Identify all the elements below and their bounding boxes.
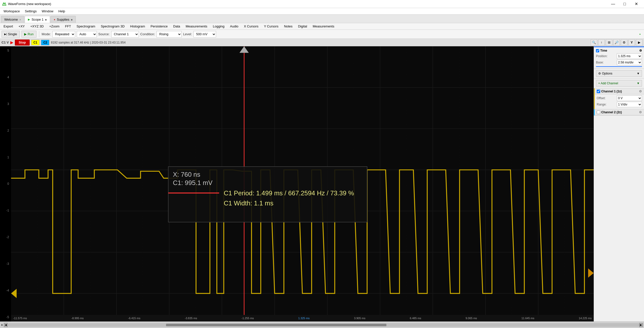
tab-scope1[interactable]: ▶ Scope 1 ■ bbox=[25, 16, 50, 23]
channel2-label: Channel 2 (2±) bbox=[601, 111, 638, 114]
options-button[interactable]: ⚙ Options ▼ bbox=[596, 70, 642, 77]
single-button[interactable]: ▶| Single bbox=[2, 31, 20, 38]
zoom-in-icon[interactable]: 🔍 bbox=[591, 39, 597, 46]
scope-area[interactable]: 5 4 3 2 1 0 -1 -2 -3 -4 -5 bbox=[0, 46, 594, 321]
y-label-3: 3 bbox=[1, 102, 10, 106]
zoom-out-icon[interactable]: 🔎 bbox=[613, 39, 620, 46]
time-checkbox[interactable] bbox=[596, 49, 599, 52]
submenu-xcursors[interactable]: X Cursors bbox=[242, 24, 261, 29]
base-select[interactable]: 2.58 ms/div bbox=[617, 60, 642, 65]
x-label-5: 1.325 ms bbox=[298, 317, 309, 320]
add-channel-button[interactable]: + Add Channel ▼ bbox=[596, 80, 642, 87]
svg-marker-0 bbox=[3, 3, 6, 5]
add-channel-label: + Add Channel bbox=[598, 82, 618, 85]
single-label: Single bbox=[8, 32, 17, 36]
menu-workspace[interactable]: Workspace bbox=[1, 9, 22, 14]
channel1-section: Channel 1 (1±) ⚙ Offset: 0 V Range: 1 V/… bbox=[594, 88, 644, 109]
c1-badge[interactable]: C1 bbox=[31, 40, 39, 45]
submenu-fft[interactable]: FFT bbox=[62, 24, 73, 29]
arrow-right-icon[interactable]: ▶ bbox=[636, 39, 642, 46]
position-select[interactable]: 1.325 ms bbox=[617, 53, 642, 59]
submenu-spectrogram3d[interactable]: Spectrogram 3D bbox=[98, 24, 127, 29]
trigger-arrow[interactable]: ▶ bbox=[10, 40, 13, 45]
menu-help[interactable]: Help bbox=[56, 9, 68, 14]
source-select[interactable]: Channel 1 Channel 2 bbox=[111, 31, 139, 38]
channel1-checkbox[interactable] bbox=[597, 90, 600, 93]
scroll-track bbox=[8, 323, 638, 326]
channel1-range-select[interactable]: 1 V/div bbox=[617, 102, 642, 107]
submenu-histogram[interactable]: Histogram bbox=[128, 24, 147, 29]
tab-supplies[interactable]: ● Supplies ■ bbox=[51, 16, 76, 23]
condition-select[interactable]: Rising Falling Any bbox=[156, 31, 182, 38]
supplies-icon: ● bbox=[54, 18, 55, 21]
scope-toolbar-icons: 🔍 ↑ ⊞ 🔎 ⚙ Y ▶ bbox=[591, 39, 642, 46]
status-info: 8192 samples at 317.46 kHz | 2020-03-31 … bbox=[51, 41, 589, 44]
submenu-persistence[interactable]: Persistence bbox=[148, 24, 170, 29]
time-settings-icon[interactable]: ⚙ bbox=[639, 49, 642, 52]
menu-settings[interactable]: Settings bbox=[22, 9, 39, 14]
submenu-measurements[interactable]: Measurements bbox=[183, 24, 210, 29]
source-label: Source: bbox=[98, 32, 110, 36]
titlebar-title-area: WaveForms (new workspace) bbox=[2, 2, 51, 6]
scroll-left-button[interactable]: ◀ bbox=[4, 323, 8, 327]
fit-icon[interactable]: ⊞ bbox=[606, 39, 612, 46]
submenu-spectrogram[interactable]: Spectrogram bbox=[74, 24, 98, 29]
tab-welcome[interactable]: Welcome + bbox=[1, 16, 24, 23]
x-label-1: -8.995 ms bbox=[71, 317, 84, 320]
maximize-button[interactable]: □ bbox=[619, 0, 630, 8]
minimize-button[interactable]: — bbox=[607, 0, 619, 8]
submenu-zoom[interactable]: +Zoom bbox=[47, 24, 62, 29]
scope-svg: X: 760 ns C1: 995.1 mV C1 Period: 1.499 … bbox=[11, 46, 594, 321]
x-label-6: 3.905 ms bbox=[354, 317, 365, 320]
base-highlight bbox=[596, 66, 642, 67]
scroll-thumb[interactable] bbox=[166, 324, 386, 326]
stop-button[interactable]: Stop bbox=[15, 40, 30, 46]
submenu-logging[interactable]: Logging bbox=[210, 24, 227, 29]
submenu-digital[interactable]: Digital bbox=[296, 24, 310, 29]
channel2-checkbox[interactable] bbox=[597, 111, 600, 114]
scope-play-icon: ▶ bbox=[28, 18, 30, 21]
channel1-offset-select[interactable]: 0 V bbox=[617, 95, 642, 101]
run-button[interactable]: ▶ Run bbox=[21, 31, 36, 38]
c2-badge[interactable]: C2 bbox=[41, 40, 49, 45]
submenu-measurements2[interactable]: Measurements bbox=[310, 24, 337, 29]
export-icon[interactable]: ↑ bbox=[598, 39, 605, 46]
y-label-2: 2 bbox=[1, 129, 10, 132]
menu-window[interactable]: Window bbox=[39, 9, 56, 14]
level-select[interactable]: 500 mV 1 V 2 V bbox=[193, 31, 216, 38]
submenu-data[interactable]: Data bbox=[171, 24, 183, 29]
time-checkbox-row: Time ⚙ bbox=[596, 49, 642, 52]
condition-label: Condition: bbox=[140, 32, 155, 36]
y-label-n2: -2 bbox=[1, 235, 10, 239]
channel1-label: Channel 1 (1±) bbox=[601, 90, 638, 93]
time-base-row: Base: 2.58 ms/div bbox=[596, 60, 642, 65]
submenu-xyz3d[interactable]: +XYZ 3D bbox=[28, 24, 46, 29]
y-icon[interactable]: Y bbox=[628, 39, 635, 46]
channel1-range-label: Range: bbox=[597, 103, 607, 106]
tab-supplies-close[interactable]: ■ bbox=[71, 18, 73, 21]
submenu-xy[interactable]: +XY bbox=[16, 24, 27, 29]
tooltip-x: X: 760 ns bbox=[173, 171, 200, 178]
x-scroll-label: X bbox=[1, 323, 3, 326]
run-icon: ▶ bbox=[24, 32, 27, 36]
settings-icon[interactable]: ⚙ bbox=[621, 39, 627, 46]
submenu-notes[interactable]: Notes bbox=[281, 24, 295, 29]
tooltip-width: C1 Width: 1.1 ms bbox=[224, 200, 273, 207]
time-select[interactable]: Auto Normal bbox=[77, 31, 97, 38]
close-button[interactable]: ✕ bbox=[630, 0, 642, 8]
x-label-0: -11.575 ms bbox=[13, 317, 27, 320]
y-label-n3: -3 bbox=[1, 262, 10, 266]
submenu-export[interactable]: Export bbox=[1, 24, 16, 29]
mode-select[interactable]: Repeated Single Screen bbox=[52, 31, 75, 38]
submenu-audio[interactable]: Audio bbox=[227, 24, 241, 29]
scroll-right-button[interactable]: ▶ bbox=[639, 323, 643, 327]
submenu-ycursors[interactable]: Y Cursors bbox=[261, 24, 281, 29]
channel2-section: Channel 2 (2±) ⚙ bbox=[594, 109, 644, 116]
tab-welcome-add[interactable]: + bbox=[19, 18, 21, 21]
y-label-n5: -5 bbox=[1, 315, 10, 319]
channel2-gear-icon[interactable]: ⚙ bbox=[639, 110, 642, 114]
menubar: Workspace Settings Window Help bbox=[0, 8, 644, 15]
tab-scope1-close[interactable]: ■ bbox=[45, 18, 47, 21]
options-label: Options bbox=[602, 72, 612, 75]
channel1-gear-icon[interactable]: ⚙ bbox=[639, 89, 642, 93]
